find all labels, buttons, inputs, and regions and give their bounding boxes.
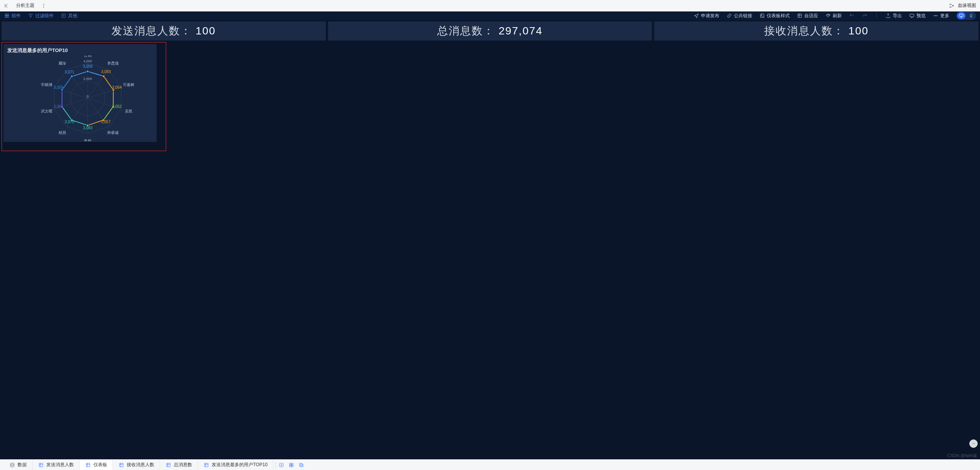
bottom-tab[interactable]: 接收消息人数 [113,460,160,470]
svg-rect-85 [299,463,302,466]
toolbar-send[interactable]: 申请发布 [693,13,719,19]
sheet-icon [203,462,209,468]
copy-sheet-icon[interactable] [298,462,304,468]
lineage-label[interactable]: 血缘视图 [958,2,976,9]
radar-chart: 02,0004,0003,0593,0933,0643,0523,0573,08… [7,55,153,141]
app-title: 分析主题 [16,2,34,9]
kpi-value: 100 [196,25,216,37]
svg-text:3,070: 3,070 [65,120,74,124]
toolbar-link[interactable]: 公共链接 [726,13,752,19]
svg-rect-78 [204,463,208,467]
svg-text:公翱: 公翱 [84,55,91,57]
device-desktop[interactable] [957,12,965,19]
toolbar-item-label: 申请发布 [701,13,719,19]
more-vertical-icon[interactable] [41,3,47,9]
scroll-top-button[interactable] [969,439,978,448]
svg-rect-83 [291,465,293,467]
data-icon [9,462,15,468]
device-toggle [956,11,976,20]
toolbar-item-label: 过滤组件 [35,13,54,19]
toolbar-item-label: 更多 [940,13,949,19]
svg-rect-6 [5,14,7,15]
kpi-label: 接收消息人数： [764,24,844,38]
back-icon[interactable] [4,3,10,9]
send-icon [693,13,699,19]
kpi-row: 发送消息人数： 100 总消息数： 297,074 接收消息人数： 100 [2,21,978,41]
svg-text:春楠: 春楠 [84,139,91,141]
svg-line-21 [88,70,108,98]
bottom-tab-label: 仪表板 [93,462,107,468]
kpi-value: 297,074 [498,25,542,37]
bottom-tab[interactable]: 发送消息最多的用户TOP10 [198,460,273,470]
toolbar-filter[interactable]: 过滤组件 [28,13,54,19]
svg-text:3,064: 3,064 [112,85,122,89]
toolbar-item-label: 仪表板样式 [767,13,790,19]
chart-title: 发送消息最多的用户TOP10 [7,47,153,54]
svg-text:3,059: 3,059 [54,85,63,89]
kpi-total-msgs[interactable]: 总消息数： 297,074 [328,21,652,41]
lineage-icon[interactable] [949,3,955,9]
svg-text:养昆颉: 养昆颉 [107,61,119,65]
toolbar-item-label: 导出 [893,13,902,19]
svg-rect-9 [7,16,9,18]
add-sheet-icon[interactable] [278,462,284,468]
selected-widget-border: 发送消息最多的用户TOP10 02,0004,0003,0593,0933,06… [2,42,166,151]
sheet-icon [165,462,172,468]
svg-rect-14 [910,14,914,17]
bottom-tab[interactable]: 仪表板 [80,460,113,470]
bottom-tab-label: 发送消息最多的用户TOP10 [212,462,268,468]
svg-point-43 [87,70,89,73]
svg-rect-77 [167,463,170,467]
toolbar-other[interactable]: 其他 [60,13,77,19]
svg-point-45 [103,75,105,77]
svg-text:0: 0 [87,94,88,98]
kpi-label: 总消息数： [437,24,495,38]
toolbar-refresh[interactable]: 刷新 [825,13,842,19]
svg-point-61 [70,75,73,78]
divider [276,462,276,468]
toolbar-style[interactable]: 仪表板样式 [759,13,790,19]
toolbar-preview[interactable]: 预览 [909,13,926,19]
svg-text:4,000: 4,000 [83,59,92,63]
bottom-tab[interactable]: 数据 [4,460,33,470]
toolbar-components[interactable]: 组件 [4,13,21,19]
preview-icon [909,13,915,19]
dashboard-canvas: 发送消息人数： 100 总消息数： 297,074 接收消息人数： 100 发送… [0,20,980,459]
toolbar-item-label: 组件 [11,13,21,19]
svg-rect-8 [5,16,7,18]
grid-icon[interactable] [288,462,294,468]
toolbar-adapt[interactable]: 自适应 [797,13,818,19]
svg-rect-76 [119,463,123,467]
bottom-tab[interactable]: 总消息数 [160,460,198,470]
svg-point-16 [935,15,936,16]
toolbar: 组件过滤组件其他 申请发布公共链接仪表板样式自适应刷新 导出预览更多 [0,11,980,20]
toolbar-more[interactable]: 更多 [933,13,949,19]
svg-point-0 [43,4,44,4]
kpi-send-users[interactable]: 发送消息人数： 100 [2,21,326,41]
svg-text:3,052: 3,052 [112,104,122,109]
components-icon [4,13,10,19]
watermark: CSDN @faith诚 [947,453,977,459]
kpi-recv-users[interactable]: 接收消息人数： 100 [654,21,978,41]
svg-text:3,071: 3,071 [65,70,74,74]
bottom-tab[interactable]: 发送消息人数 [33,460,80,470]
appbar: 分析主题 血缘视图 [0,0,980,11]
svg-rect-7 [7,14,9,15]
bottom-tab-label: 发送消息人数 [46,462,74,468]
svg-point-2 [43,7,44,7]
sheet-icon [85,462,91,468]
device-mobile[interactable] [967,12,975,19]
other-icon [60,13,67,19]
undo-icon[interactable] [849,13,855,19]
svg-line-41 [62,76,72,90]
svg-point-3 [950,4,951,5]
svg-text:武文曜: 武文曜 [41,109,52,113]
svg-point-73 [10,463,14,464]
toolbar-export[interactable]: 导出 [885,13,902,19]
redo-icon[interactable] [862,13,868,19]
radar-chart-panel[interactable]: 发送消息最多的用户TOP10 02,0004,0003,0593,0933,06… [3,44,157,142]
svg-rect-18 [960,14,963,16]
more-icon [933,13,939,19]
bottom-tab-label: 接收消息人数 [127,462,154,468]
sheet-icon [118,462,124,468]
